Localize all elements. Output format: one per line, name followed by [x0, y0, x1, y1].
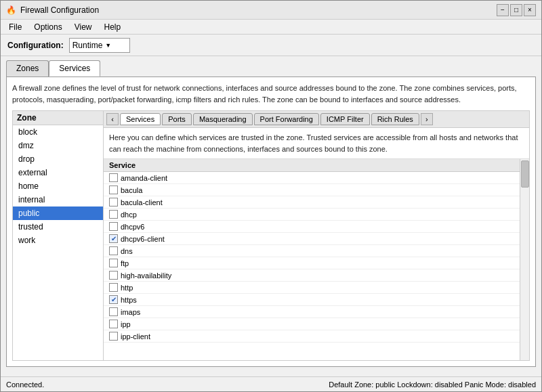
- service-checkbox[interactable]: [109, 332, 118, 341]
- status-connected: Connected.: [6, 380, 44, 389]
- menu-bar: File Options View Help: [1, 20, 541, 35]
- title-bar-left: 🔥 Firewall Configuration: [6, 5, 99, 15]
- service-cell: ftp: [104, 257, 529, 269]
- service-cell: dhcp: [104, 209, 529, 221]
- zone-item-external[interactable]: external: [13, 166, 103, 179]
- sub-tab-ports[interactable]: Ports: [162, 113, 192, 125]
- service-checkbox[interactable]: [109, 210, 118, 219]
- service-cell: ✔dhcpv6-client: [104, 233, 529, 245]
- service-row[interactable]: high-availability: [104, 269, 529, 282]
- sub-tab-services[interactable]: Services: [120, 113, 161, 125]
- sub-tab-row: ‹ Services Ports Masquerading Port Forwa…: [104, 111, 529, 128]
- zone-item-internal[interactable]: internal: [13, 193, 103, 206]
- service-row[interactable]: ✔https: [104, 294, 529, 306]
- service-checkbox[interactable]: [109, 283, 118, 292]
- service-name: ftp: [121, 259, 129, 267]
- window-controls: − □ ×: [497, 4, 536, 16]
- status-bar: Connected. Default Zone: public Lockdown…: [1, 376, 541, 391]
- menu-options[interactable]: Options: [28, 21, 67, 33]
- service-row[interactable]: amanda-client: [104, 172, 529, 184]
- service-cell: high-availability: [104, 269, 529, 282]
- service-cell: bacula-client: [104, 196, 529, 209]
- title-bar: 🔥 Firewall Configuration − □ ×: [1, 1, 541, 20]
- service-row[interactable]: imaps: [104, 306, 529, 318]
- service-row[interactable]: dhcp: [104, 209, 529, 221]
- zone-item-trusted[interactable]: trusted: [13, 220, 103, 234]
- nav-left-arrow[interactable]: ‹: [106, 113, 119, 125]
- service-row[interactable]: http: [104, 282, 529, 294]
- service-row[interactable]: ipp-client: [104, 330, 529, 343]
- service-table: Service amanda-clientbaculabacula-client…: [104, 159, 529, 343]
- service-cell: amanda-client: [104, 172, 529, 184]
- main-tab-row: Zones Services: [6, 60, 536, 77]
- service-row[interactable]: bacula-client: [104, 196, 529, 209]
- service-cell: imaps: [104, 306, 529, 318]
- service-row[interactable]: ftp: [104, 257, 529, 269]
- service-checkbox[interactable]: [109, 246, 118, 255]
- service-checkbox[interactable]: [109, 259, 118, 267]
- service-name: bacula: [121, 186, 142, 194]
- service-checkbox[interactable]: [109, 173, 118, 182]
- service-cell: bacula: [104, 184, 529, 196]
- scrollbar[interactable]: [520, 159, 529, 360]
- service-checkbox[interactable]: ✔: [109, 234, 118, 243]
- service-checkbox[interactable]: [109, 222, 118, 231]
- minimize-button[interactable]: −: [497, 4, 509, 16]
- maximize-button[interactable]: □: [510, 4, 522, 16]
- zone-panel-layout: Zone block dmz drop external home intern…: [12, 110, 530, 361]
- service-cell: http: [104, 282, 529, 294]
- service-name: dhcpv6-client: [121, 235, 165, 243]
- service-row[interactable]: dns: [104, 245, 529, 257]
- service-name: http: [121, 284, 133, 292]
- service-name: dhcpv6: [121, 223, 144, 231]
- service-row[interactable]: ✔dhcpv6-client: [104, 233, 529, 245]
- main-content: Zones Services A firewall zone defines t…: [1, 56, 541, 391]
- zone-list: block dmz drop external home internal pu…: [13, 125, 103, 247]
- menu-view[interactable]: View: [69, 21, 98, 33]
- service-checkbox[interactable]: ✔: [109, 295, 118, 304]
- service-name: dns: [121, 247, 133, 255]
- sub-tab-masquerading[interactable]: Masquerading: [193, 113, 253, 125]
- zone-panel: Zone block dmz drop external home intern…: [12, 110, 104, 361]
- sub-tab-icmp-filter[interactable]: ICMP Filter: [320, 113, 370, 125]
- zone-description: A firewall zone defines the level of tru…: [12, 83, 530, 105]
- menu-help[interactable]: Help: [99, 21, 127, 33]
- zone-item-drop[interactable]: drop: [13, 152, 103, 166]
- scrollbar-thumb[interactable]: [521, 160, 529, 188]
- content-area: A firewall zone defines the level of tru…: [6, 77, 536, 367]
- zone-item-public[interactable]: public: [13, 206, 103, 220]
- service-scroll-wrapper: Service amanda-clientbaculabacula-client…: [104, 159, 529, 360]
- service-cell: ✔https: [104, 294, 529, 306]
- service-checkbox[interactable]: [109, 320, 118, 328]
- config-bar: Configuration: Runtime ▼: [1, 35, 541, 56]
- checkmark-icon: ✔: [111, 235, 117, 242]
- service-name: bacula-client: [121, 198, 163, 206]
- menu-file[interactable]: File: [3, 21, 27, 33]
- service-checkbox[interactable]: [109, 271, 118, 280]
- zone-item-dmz[interactable]: dmz: [13, 139, 103, 152]
- zone-item-block[interactable]: block: [13, 125, 103, 139]
- service-cell: dhcpv6: [104, 221, 529, 233]
- zone-item-home[interactable]: home: [13, 179, 103, 193]
- service-name: dhcp: [121, 211, 137, 219]
- checkmark-icon: ✔: [111, 296, 117, 303]
- close-button[interactable]: ×: [524, 4, 536, 16]
- service-checkbox[interactable]: [109, 186, 118, 194]
- config-label: Configuration:: [7, 41, 64, 50]
- service-checkbox[interactable]: [109, 307, 118, 316]
- service-checkbox[interactable]: [109, 198, 118, 206]
- service-info: Here you can define which services are t…: [104, 128, 529, 159]
- tab-services[interactable]: Services: [49, 60, 100, 77]
- service-row[interactable]: dhcpv6: [104, 221, 529, 233]
- sub-tab-port-forwarding[interactable]: Port Forwarding: [254, 113, 319, 125]
- service-row[interactable]: ipp: [104, 318, 529, 330]
- service-list-area: Service amanda-clientbaculabacula-client…: [104, 159, 529, 360]
- service-row[interactable]: bacula: [104, 184, 529, 196]
- sub-tab-rich-rules[interactable]: Rich Rules: [371, 113, 419, 125]
- config-dropdown[interactable]: Runtime ▼: [69, 38, 130, 53]
- zone-item-work[interactable]: work: [13, 234, 103, 247]
- nav-right-arrow[interactable]: ›: [421, 113, 433, 125]
- tab-zones[interactable]: Zones: [6, 60, 49, 77]
- service-column-header: Service: [104, 159, 529, 172]
- service-name: imaps: [121, 308, 140, 316]
